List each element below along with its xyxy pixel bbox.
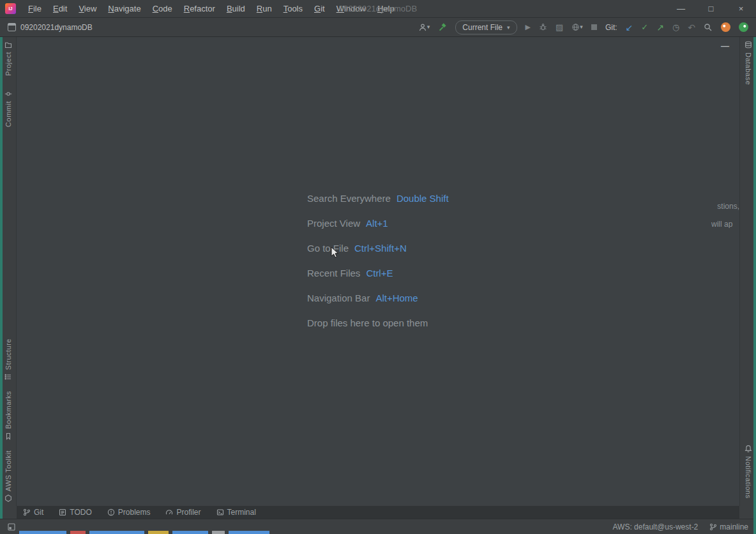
database-icon	[745, 41, 752, 49]
ide-window: IJ File Edit View Navigate Code Refactor…	[0, 0, 756, 534]
clipped-fragment	[19, 531, 66, 534]
toolwindow-terminal[interactable]: Terminal	[216, 508, 256, 517]
clipped-line: will ap	[711, 215, 739, 228]
sidebar-item-project[interactable]: Project	[4, 41, 12, 76]
editor-area[interactable]: — Search Everywhere Double Shift Project…	[17, 37, 739, 506]
rollback-button[interactable]: ↶	[688, 23, 695, 32]
toolwindow-profiler[interactable]: Profiler	[165, 508, 200, 517]
sidebar-item-label: Project	[4, 52, 12, 76]
shortcut-label: Navigation Bar	[307, 293, 370, 303]
rollback-icon: ↶	[688, 23, 695, 32]
history-button[interactable]: ◷	[672, 23, 679, 31]
close-icon: ×	[739, 4, 744, 13]
bottom-bar-wrap: Git TODO Problems Profiler Terminal	[0, 506, 756, 519]
capture-edge-right	[753, 37, 756, 534]
clipped-text-row	[19, 531, 269, 534]
terminal-icon	[216, 508, 224, 516]
menu-code[interactable]: Code	[147, 0, 178, 17]
run-button[interactable]: ▶	[525, 24, 531, 31]
intellij-logo-icon: IJ	[5, 3, 16, 14]
sidebar-item-commit[interactable]: Commit	[4, 90, 12, 127]
sidebar-item-structure[interactable]: Structure	[4, 339, 12, 381]
todo-icon	[59, 508, 66, 516]
toolwindow-todo[interactable]: TODO	[59, 508, 91, 517]
profiler-dropdown-button[interactable]: ▾	[571, 23, 583, 31]
minimize-button[interactable]: —	[666, 0, 696, 18]
menu-build[interactable]: Build	[221, 0, 251, 17]
toolbar-actions: ▾ Current File ▾ ▶ ▨ ▾ Git: ↙ ✓ ↗ ◷	[418, 20, 748, 34]
avatar-icon	[418, 23, 427, 32]
menu-file[interactable]: File	[22, 0, 47, 17]
shortcut-label: Go to File	[307, 243, 349, 254]
close-button[interactable]: ×	[726, 0, 756, 18]
bookmark-icon	[4, 432, 12, 440]
run-configuration-combo[interactable]: Current File ▾	[455, 20, 517, 34]
project-widget[interactable]: 09202021dynamoDB	[8, 23, 93, 32]
coverage-button[interactable]: ▨	[556, 23, 563, 31]
sidebar-item-label: Database	[745, 52, 752, 85]
chevron-down-icon: ▾	[580, 24, 583, 30]
maximize-button[interactable]: □	[696, 0, 726, 18]
project-name: 09202021dynamoDB	[20, 23, 93, 32]
menu-view[interactable]: View	[73, 0, 102, 17]
hide-panel-button[interactable]: —	[721, 41, 729, 50]
bottom-tool-bar: Git TODO Problems Profiler Terminal	[17, 506, 739, 519]
sidebar-item-label: Commit	[4, 101, 12, 127]
history-clock-icon: ◷	[672, 23, 679, 31]
clipped-notification-text: stions, will ap	[711, 197, 739, 228]
hammer-icon	[438, 23, 447, 32]
commit-icon	[4, 90, 12, 98]
build-project-button[interactable]	[438, 23, 447, 32]
debug-button[interactable]	[539, 23, 547, 31]
sidebar-item-aws-toolkit[interactable]: AWS Toolkit	[4, 450, 12, 502]
aws-connection-status[interactable]: AWS: default@us-west-2	[613, 523, 699, 531]
green-badge-icon[interactable]	[739, 22, 748, 32]
search-everywhere-button[interactable]	[704, 23, 713, 32]
capture-edge-left	[0, 37, 3, 519]
run-icon: ▶	[525, 24, 531, 31]
shortcut-row: Go to File Ctrl+Shift+N	[307, 236, 449, 261]
shortcut-keys: Alt+1	[366, 218, 388, 229]
user-avatar-button[interactable]: ▾	[418, 23, 430, 32]
status-bar: AWS: default@us-west-2 mainline	[0, 519, 756, 534]
empty-editor-shortcuts: Search Everywhere Double Shift Project V…	[307, 186, 449, 335]
git-branch-widget[interactable]: mainline	[709, 523, 748, 531]
clipped-fragment	[148, 531, 169, 534]
menu-refactor[interactable]: Refactor	[178, 0, 221, 17]
sidebar-item-label: Notifications	[745, 456, 752, 498]
orange-badge-icon[interactable]	[721, 22, 730, 32]
menu-tools[interactable]: Tools	[278, 0, 308, 17]
main-area: Project Commit Structure Bookmarks AWS T…	[0, 37, 756, 506]
maximize-icon: □	[709, 4, 714, 13]
toolwindow-label: Problems	[118, 508, 151, 517]
sidebar-item-bookmarks[interactable]: Bookmarks	[4, 391, 12, 440]
toolwindow-git[interactable]: Git	[23, 508, 43, 517]
toolwindow-toggle-icon	[8, 523, 15, 531]
shortcut-keys: Ctrl+Shift+N	[354, 243, 407, 254]
git-commit-button[interactable]: ✓	[641, 23, 648, 31]
problems-icon	[107, 508, 115, 516]
git-update-button[interactable]: ↙	[626, 23, 633, 32]
shortcut-keys: Alt+Home	[375, 293, 418, 303]
menu-git[interactable]: Git	[308, 0, 331, 17]
project-icon	[8, 23, 16, 31]
git-push-button[interactable]: ↗	[656, 23, 664, 32]
stop-icon	[591, 24, 597, 30]
toolwindow-toggle-button[interactable]	[8, 523, 15, 531]
toolwindow-problems[interactable]: Problems	[107, 508, 151, 517]
sidebar-item-label: Structure	[4, 339, 12, 370]
bug-icon	[539, 23, 547, 31]
sidebar-item-database[interactable]: Database	[745, 41, 752, 85]
git-branch-icon	[709, 523, 717, 531]
menu-navigate[interactable]: Navigate	[102, 0, 146, 17]
clipped-fragment	[89, 531, 144, 534]
shortcut-keys: Double Shift	[397, 193, 449, 204]
menu-run[interactable]: Run	[251, 0, 278, 17]
run-configuration-value: Current File	[462, 23, 503, 32]
clipped-fragment	[70, 531, 86, 534]
stop-button[interactable]	[591, 24, 597, 30]
menu-edit[interactable]: Edit	[47, 0, 73, 17]
sidebar-item-notifications[interactable]: Notifications	[745, 445, 752, 498]
git-branch-icon	[23, 508, 31, 516]
aws-toolkit-icon	[4, 494, 12, 502]
